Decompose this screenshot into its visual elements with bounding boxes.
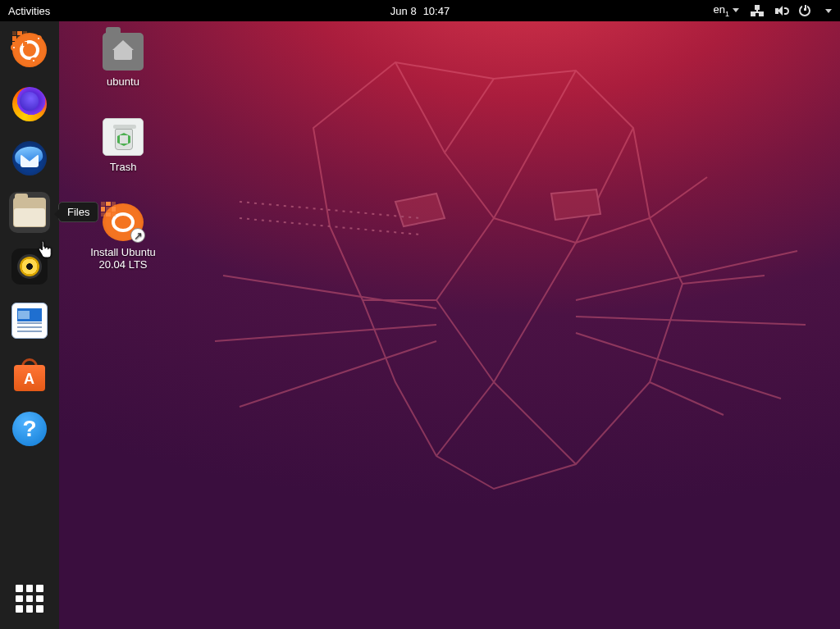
chevron-down-icon (733, 8, 739, 12)
dock-item-help[interactable]: ? (9, 408, 50, 449)
desktop[interactable]: ubuntu Trash ↗ Install Ubuntu 20.04 LTS (59, 21, 840, 629)
desktop-icon-home[interactable]: ubuntu (84, 33, 162, 88)
libreoffice-writer-icon (11, 303, 48, 339)
power-icon[interactable] (799, 5, 810, 16)
desktop-icon-trash[interactable]: Trash (84, 118, 162, 173)
dock-item-writer[interactable] (9, 300, 50, 341)
input-source-index: 1 (725, 10, 729, 18)
input-source-label: en (714, 3, 725, 16)
help-icon: ? (12, 412, 47, 446)
volume-icon[interactable] (775, 6, 788, 16)
home-folder-icon (103, 33, 144, 71)
dock: Files A ? (0, 21, 59, 629)
clock-time: 10:47 (423, 5, 450, 17)
show-applications-button[interactable] (16, 585, 43, 613)
dock-item-firefox[interactable] (9, 84, 50, 125)
network-icon[interactable] (751, 5, 764, 16)
firefox-icon (12, 87, 47, 121)
livepatch-overlay-icon (12, 31, 27, 46)
top-bar: Activities Jun 8 10:47 en1 (0, 0, 840, 21)
dock-item-files[interactable]: Files (9, 192, 50, 233)
system-menu-chevron-icon[interactable] (825, 9, 832, 13)
desktop-icon-label: Trash (84, 161, 162, 173)
dock-item-livepatch[interactable] (9, 30, 50, 71)
trash-icon (103, 118, 144, 156)
desktop-icon-label: Install Ubuntu 20.04 LTS (84, 246, 162, 271)
clock[interactable]: Jun 8 10:47 (390, 5, 450, 17)
cursor-icon (38, 241, 52, 259)
wallpaper-fossa-icon (190, 30, 814, 620)
shortcut-arrow-icon: ↗ (130, 228, 145, 243)
dock-tooltip: Files (58, 202, 98, 222)
clock-date: Jun 8 (390, 5, 417, 17)
ubuntu-software-icon: A (11, 358, 48, 391)
thunderbird-icon (12, 141, 47, 175)
dock-item-software[interactable]: A (9, 354, 50, 395)
install-ubuntu-icon: ↗ (103, 203, 144, 241)
activities-button[interactable]: Activities (8, 5, 50, 17)
desktop-icon-label: ubuntu (84, 75, 162, 88)
dock-item-thunderbird[interactable] (9, 138, 50, 179)
files-icon (13, 198, 46, 227)
input-source-indicator[interactable]: en1 (714, 3, 739, 18)
